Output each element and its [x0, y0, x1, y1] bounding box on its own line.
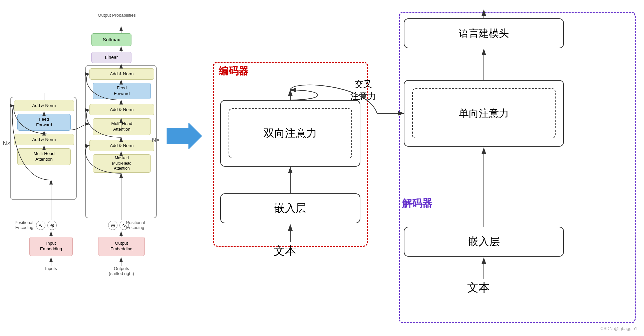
decoder-add-norm-1: Add & Norm	[89, 68, 154, 80]
pos-enc-wave-encoder: ∿	[36, 221, 45, 230]
bidirectional-attention-box: 双向注意力	[220, 100, 360, 167]
watermark: CSDN @tgbaggio1	[600, 326, 637, 331]
diagram-container: Output Probabilities Softmax Linear Add …	[0, 0, 644, 336]
positional-encoding-label-encoder: PositionalEncoding	[7, 220, 33, 230]
inputs-label: Inputs	[29, 266, 73, 271]
encoder-add-norm-2: Add & Norm	[14, 134, 74, 145]
language-model-head-box: 语言建模头	[404, 18, 564, 48]
masked-multi-head: MaskedMulti-HeadAttention	[93, 154, 151, 173]
svg-marker-20	[167, 123, 202, 149]
nx-label-decoder: N×	[152, 137, 160, 144]
cross-attention-label: 交叉注意力	[350, 78, 376, 103]
encoder-add-norm-1: Add & Norm	[14, 100, 74, 111]
bidirectional-attention-inner: 双向注意力	[229, 108, 352, 158]
unidirectional-attention-inner: 单向注意力	[412, 88, 556, 138]
decoder-add-norm-3: Add & Norm	[89, 140, 154, 151]
encoder-feed-forward: FeedForward	[17, 114, 71, 131]
pos-enc-plus-encoder: ⊕	[47, 221, 57, 230]
unidirectional-attention-box: 单向注意力	[404, 80, 564, 147]
decoder-label-right: 解码器	[402, 197, 432, 210]
positional-encoding-label-decoder: PositionalEncoding	[126, 220, 156, 230]
encoder-label-right: 编码器	[219, 64, 249, 78]
outputs-label: Outputs(shifted right)	[95, 266, 148, 276]
output-embedding-box: OutputEmbedding	[98, 237, 145, 256]
decoder-dashed-box	[399, 12, 636, 323]
encoder-multi-head: Multi-HeadAttention	[17, 148, 71, 165]
embed-layer-decoder: 嵌入层	[404, 227, 564, 257]
text-label-encoder: 文本	[274, 243, 296, 259]
embed-layer-encoder: 嵌入层	[220, 193, 360, 223]
linear-box: Linear	[91, 52, 131, 63]
softmax-box: Softmax	[91, 33, 131, 46]
nx-label-encoder: N×	[3, 140, 11, 147]
pos-enc-wave-decoder: ∿	[119, 221, 129, 230]
text-label-decoder: 文本	[467, 280, 490, 295]
pos-enc-plus-decoder: ⊕	[108, 221, 117, 230]
input-embedding-box: InputEmbedding	[29, 237, 73, 256]
decoder-add-norm-2: Add & Norm	[89, 104, 154, 115]
output-probabilities-label: Output Probabilities	[97, 13, 137, 18]
decoder-feed-forward: FeedForward	[93, 83, 151, 99]
decoder-multi-head: Multi-HeadAttention	[93, 118, 151, 135]
